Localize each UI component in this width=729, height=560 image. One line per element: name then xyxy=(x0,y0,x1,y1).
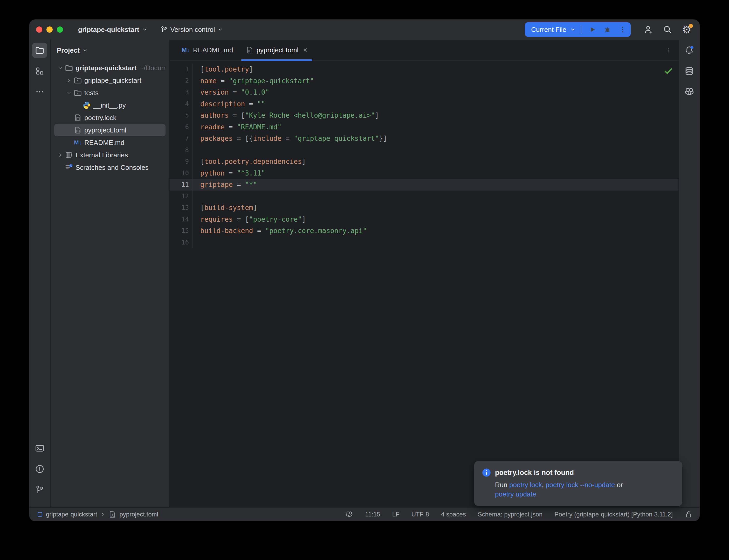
tab-readme[interactable]: M↓ README.md xyxy=(175,40,239,60)
structure-toolwindow-button[interactable] xyxy=(32,64,47,79)
code-text: [tool.poetry] xyxy=(193,64,253,75)
line-number: 13 xyxy=(170,202,193,214)
editor-line-6[interactable]: 6readme = "README.md" xyxy=(170,121,678,133)
tree-row-griptape-quickstart[interactable]: griptape_quickstart xyxy=(54,74,165,87)
notification-text: , xyxy=(542,481,546,489)
debug-button[interactable] xyxy=(602,24,613,35)
tree-row--init-py[interactable]: __init__.py xyxy=(54,99,165,111)
database-toolwindow-button[interactable] xyxy=(682,64,697,79)
ide-window: griptape-quickstart Version control Curr… xyxy=(29,19,700,521)
code-text: griptape = "*" xyxy=(193,179,257,191)
project-selector[interactable]: griptape-quickstart xyxy=(78,26,148,34)
tree-row-pyproject-toml[interactable]: [T]pyproject.toml xyxy=(54,124,165,136)
notification-balloon[interactable]: poetry.lock is not found Run poetry lock… xyxy=(474,461,682,506)
ai-assistant-toolwindow-button[interactable] xyxy=(682,84,697,99)
vcs-widget[interactable]: Version control xyxy=(160,26,223,34)
chevron-down-icon xyxy=(217,27,223,32)
line-number: 8 xyxy=(170,144,193,156)
tab-options-icon[interactable] xyxy=(665,40,678,60)
editor-line-8[interactable]: 8 xyxy=(170,144,678,156)
breadcrumb-file[interactable]: pyproject.toml xyxy=(119,511,158,518)
chevron-down-icon[interactable] xyxy=(56,65,65,71)
notification-link[interactable]: poetry lock --no-update xyxy=(546,481,615,489)
search-everywhere-icon[interactable] xyxy=(661,23,674,36)
line-ending-widget[interactable]: LF xyxy=(392,511,400,518)
tree-row-griptape-quickstart[interactable]: griptape-quickstart~/Docume xyxy=(54,62,165,74)
editor-line-4[interactable]: 4description = "" xyxy=(170,98,678,110)
editor-line-5[interactable]: 5authors = ["Kyle Roche <hello@griptape.… xyxy=(170,110,678,121)
editor-line-3[interactable]: 3version = "0.1.0" xyxy=(170,87,678,98)
notification-title: poetry.lock is not found xyxy=(495,469,574,477)
zoom-window-button[interactable] xyxy=(57,26,63,33)
editor-line-9[interactable]: 9[tool.poetry.dependencies] xyxy=(170,156,678,167)
editor-line-10[interactable]: 10python = "^3.11" xyxy=(170,167,678,179)
tree-item-label: griptape_quickstart xyxy=(84,76,141,85)
schema-widget[interactable]: Schema: pyproject.json xyxy=(478,511,543,518)
problems-toolwindow-button[interactable] xyxy=(32,461,47,477)
notification-link[interactable]: poetry lock xyxy=(509,481,542,489)
close-tab-icon[interactable]: × xyxy=(303,46,307,54)
svg-text:[T]: [T] xyxy=(248,49,251,52)
window-controls xyxy=(36,26,63,33)
line-number: 4 xyxy=(170,98,193,110)
run-widget: Current File xyxy=(525,22,631,37)
editor-line-2[interactable]: 2name = "griptape-quickstart" xyxy=(170,75,678,87)
copilot-status-icon[interactable] xyxy=(345,510,353,518)
caret-position-widget[interactable]: 11:15 xyxy=(365,511,380,518)
notification-text: or xyxy=(615,481,623,489)
more-toolwindows-button[interactable] xyxy=(32,84,47,99)
left-tool-strip xyxy=(29,40,51,507)
tree-item-label: tests xyxy=(84,89,99,97)
project-panel-header[interactable]: Project xyxy=(51,40,169,60)
unlock-icon[interactable] xyxy=(685,510,692,518)
code-editor[interactable]: 1[tool.poetry]2name = "griptape-quicksta… xyxy=(170,61,678,507)
tree-item-label: External Libraries xyxy=(75,151,128,159)
code-text: name = "griptape-quickstart" xyxy=(193,75,314,87)
tree-row-tests[interactable]: tests xyxy=(54,87,165,99)
tree-item-label: README.md xyxy=(84,139,124,147)
line-number: 14 xyxy=(170,214,193,225)
encoding-widget[interactable]: UTF-8 xyxy=(412,511,429,518)
tree-row-external-libraries[interactable]: External Libraries xyxy=(54,149,165,161)
editor-line-7[interactable]: 7packages = [{include = "griptape_quicks… xyxy=(170,133,678,144)
chevron-right-icon[interactable] xyxy=(56,152,65,158)
close-window-button[interactable] xyxy=(36,26,42,33)
svg-text:[T]: [T] xyxy=(111,513,114,517)
editor-line-13[interactable]: 13[build-system] xyxy=(170,202,678,214)
project-panel-title: Project xyxy=(57,46,80,54)
main-area: Project griptape-quickstart~/Documegript… xyxy=(29,40,700,507)
interpreter-widget[interactable]: Poetry (griptape-quickstart) [Python 3.1… xyxy=(554,511,673,518)
chevron-down-icon[interactable] xyxy=(65,90,73,96)
toml-file-icon: [T] xyxy=(246,46,253,54)
chevron-right-icon xyxy=(100,512,105,517)
code-with-me-icon[interactable] xyxy=(642,23,655,36)
terminal-toolwindow-button[interactable] xyxy=(32,441,47,456)
editor-line-12[interactable]: 12 xyxy=(170,191,678,202)
editor-line-14[interactable]: 14requires = ["poetry-core"] xyxy=(170,214,678,225)
chevron-down-icon[interactable] xyxy=(570,27,576,32)
editor-line-11[interactable]: 11griptape = "*" xyxy=(170,179,678,191)
project-toolwindow-button[interactable] xyxy=(32,43,47,58)
chevron-right-icon[interactable] xyxy=(65,78,73,83)
tree-row-poetry-lock[interactable]: [T]poetry.lock xyxy=(54,111,165,124)
settings-gear-icon[interactable]: ⚙ xyxy=(681,23,693,36)
chevron-down-icon xyxy=(82,48,88,53)
run-config-selector[interactable]: Current File xyxy=(531,26,566,34)
editor-line-16[interactable]: 16 xyxy=(170,237,678,248)
code-text: python = "^3.11" xyxy=(193,167,265,179)
notifications-bell-icon[interactable] xyxy=(682,43,697,58)
project-name: griptape-quickstart xyxy=(78,26,139,34)
editor-line-1[interactable]: 1[tool.poetry] xyxy=(170,64,678,75)
more-run-options-button[interactable] xyxy=(617,24,628,35)
minimize-window-button[interactable] xyxy=(46,26,53,33)
tab-pyproject[interactable]: [T] pyproject.toml × xyxy=(239,40,314,60)
notification-link[interactable]: poetry update xyxy=(495,490,536,498)
vcs-toolwindow-button[interactable] xyxy=(32,482,47,497)
tree-row-readme-md[interactable]: M↓README.md xyxy=(54,136,165,149)
inspections-ok-icon[interactable] xyxy=(664,67,673,75)
indent-widget[interactable]: 4 spaces xyxy=(441,511,466,518)
breadcrumb-project[interactable]: griptape-quickstart xyxy=(46,511,97,518)
editor-line-15[interactable]: 15build-backend = "poetry.core.masonry.a… xyxy=(170,225,678,237)
run-button[interactable] xyxy=(587,24,598,35)
tree-row-scratches-and-consoles[interactable]: Scratches and Consoles xyxy=(54,161,165,174)
